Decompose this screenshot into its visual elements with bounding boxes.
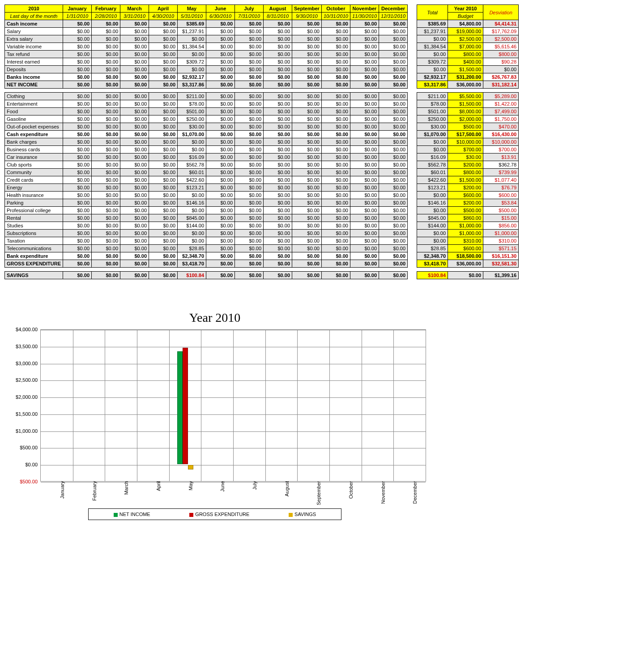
cell: $0.00	[92, 184, 120, 192]
row-label: Entertainment	[5, 100, 63, 108]
cell: $0.00	[235, 230, 264, 237]
cell: $0.00	[120, 100, 149, 108]
summary-cell: $8,000.00	[448, 108, 483, 115]
cell: $0.00	[206, 81, 235, 89]
summary-cell: $4,414.31	[483, 20, 519, 28]
cell: $0.00	[292, 199, 322, 207]
cell: $0.00	[321, 272, 350, 279]
row-label: Club sports	[5, 161, 63, 169]
cell: $0.00	[120, 35, 149, 43]
cell: $30.00	[178, 123, 206, 131]
cell: $0.00	[149, 20, 178, 28]
cell: $0.00	[321, 230, 350, 237]
cell: $0.00	[149, 73, 178, 81]
cell: $0.00	[292, 192, 322, 199]
summary-cell: $5,289.00	[483, 93, 519, 100]
x-axis-tick: February	[90, 481, 97, 520]
cell: $0.00	[321, 131, 350, 138]
cell: $0.00	[321, 66, 350, 73]
cell: $0.00	[178, 138, 206, 146]
cell: $0.00	[92, 245, 120, 252]
cell: $0.00	[92, 222, 120, 230]
cell: $0.00	[321, 146, 350, 154]
cell: $0.00	[206, 184, 235, 192]
cell: $0.00	[235, 146, 264, 154]
row-label: Parking	[5, 199, 63, 207]
row-label: Taxation	[5, 237, 63, 245]
y-axis-tick: $500.00	[6, 479, 40, 484]
cell: $0.00	[379, 35, 408, 43]
cell: $0.00	[235, 192, 264, 199]
cell: $0.00	[120, 207, 149, 214]
cell: $0.00	[120, 252, 149, 260]
cell: $0.00	[321, 115, 350, 123]
cell: $0.00	[350, 58, 379, 66]
cell: $0.00	[350, 66, 379, 73]
summary-body: $385.69$4,800.00$4,414.31$1,237.91$19,00…	[417, 20, 519, 279]
cell: $0.00	[350, 169, 379, 176]
cell: $0.00	[350, 161, 379, 169]
monthly-table: 2010JanuaryFebruaryMarchAprilMayJuneJuly…	[4, 4, 408, 279]
cell: $0.00	[292, 35, 322, 43]
cell: $501.00	[178, 108, 206, 115]
cell: $0.00	[149, 43, 178, 51]
cell: $0.00	[92, 100, 120, 108]
cell: $0.00	[206, 222, 235, 230]
cell: $0.00	[92, 252, 120, 260]
cell: $0.00	[63, 20, 92, 28]
summary-header: TotalYear 2010DesviationBudget	[417, 5, 519, 20]
summary-cell: $600.00	[448, 245, 483, 252]
cell: $0.00	[350, 81, 379, 89]
x-axis-tick: May	[186, 481, 193, 520]
cell: $0.00	[120, 237, 149, 245]
summary-cell: $562.78	[417, 161, 448, 169]
cell: $0.00	[321, 73, 350, 81]
summary-cell: $17,500.00	[448, 131, 483, 138]
cell: $0.00	[379, 81, 408, 89]
cell: $0.00	[350, 176, 379, 184]
cell: $0.00	[292, 245, 322, 252]
cell: $0.00	[264, 214, 292, 222]
summary-cell: $200.00	[448, 184, 483, 192]
row-label: Subscriptions	[5, 230, 63, 237]
cell: $0.00	[206, 245, 235, 252]
summary-cell: $2,348.70	[417, 252, 448, 260]
cell: $0.00	[206, 35, 235, 43]
cell: $0.00	[235, 28, 264, 35]
summary-cell: $0.00	[417, 237, 448, 245]
cell: $0.00	[264, 35, 292, 43]
summary-cell: $144.00	[417, 222, 448, 230]
cell: $0.00	[292, 100, 322, 108]
chart-container: Year 2010 JanuaryFebruaryMarchAprilMayJu…	[4, 311, 425, 520]
summary-cell: $1,750.00	[483, 115, 519, 123]
cell: $0.00	[321, 192, 350, 199]
cell: $123.21	[178, 184, 206, 192]
summary-cell: $700.00	[448, 146, 483, 154]
cell: $0.00	[206, 115, 235, 123]
summary-cell: $1,384.54	[417, 43, 448, 51]
cell: $0.00	[379, 146, 408, 154]
row-label: Rental	[5, 214, 63, 222]
cell: $0.00	[379, 260, 408, 268]
row-label: Variable income	[5, 43, 63, 51]
cell: $0.00	[235, 58, 264, 66]
cell: $0.00	[149, 93, 178, 100]
cell: $3,418.70	[178, 260, 206, 268]
cell: $0.00	[206, 252, 235, 260]
summary-cell: $385.69	[417, 20, 448, 28]
cell: $0.00	[149, 237, 178, 245]
cell: $0.00	[149, 169, 178, 176]
row-label: Salary	[5, 28, 63, 35]
cell: $0.00	[120, 138, 149, 146]
cell: $0.00	[206, 154, 235, 161]
cell: $0.00	[379, 252, 408, 260]
cell: $0.00	[149, 115, 178, 123]
cell: $0.00	[92, 66, 120, 73]
chart-area: JanuaryFebruaryMarchAprilMayJuneJulyAugu…	[40, 329, 425, 499]
x-axis-tick: September	[314, 481, 321, 520]
cell: $0.00	[120, 20, 149, 28]
cell: $0.00	[149, 222, 178, 230]
cell: $0.00	[206, 272, 235, 279]
cell: $0.00	[379, 123, 408, 131]
row-label: GROSS EXPENDITURE	[5, 260, 63, 268]
